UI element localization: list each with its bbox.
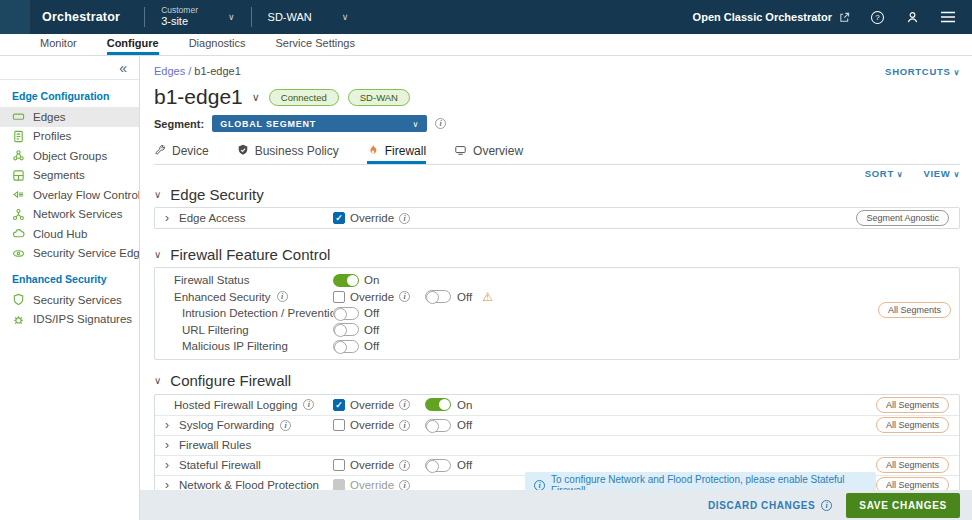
sidebar-item-network-services[interactable]: Network Services [0, 205, 139, 225]
menu-icon[interactable] [940, 11, 956, 23]
nav-item-diagnostics[interactable]: Diagnostics [189, 34, 246, 55]
sidebar-item-object-groups[interactable]: Object Groups [0, 146, 139, 166]
expand-icon[interactable] [165, 212, 173, 224]
segment-info-icon[interactable] [435, 118, 446, 129]
user-icon[interactable] [905, 10, 920, 25]
section-collapse-icon[interactable] [154, 249, 161, 260]
expand-icon[interactable] [165, 419, 173, 431]
url-filtering-toggle[interactable] [333, 323, 359, 336]
info-icon[interactable] [303, 399, 314, 410]
main-content: Edges/b1-edge1 SHORTCUTS b1-edge1 Connec… [140, 56, 972, 520]
product-title: Orchestrator [42, 10, 120, 24]
row-label: Malicious IP Filtering [182, 340, 288, 352]
override-label: Override [350, 291, 394, 303]
sidebar-item-cloud-hub[interactable]: Cloud Hub [0, 224, 139, 244]
section-collapse-icon[interactable] [154, 189, 161, 200]
enhanced-security-override-checkbox[interactable] [333, 291, 345, 303]
tab-firewall[interactable]: Firewall [367, 141, 426, 164]
row-label: Firewall Status [174, 274, 249, 286]
section-collapse-icon[interactable] [154, 375, 161, 386]
sidebar-item-security-service-edge[interactable]: Security Service Edge (SS... [0, 244, 139, 264]
status-badge-connected: Connected [269, 89, 339, 106]
hosted-firewall-logging-toggle[interactable] [425, 398, 451, 411]
sort-menu[interactable]: SORT [865, 168, 904, 181]
flame-icon [367, 144, 379, 159]
service-selector[interactable]: SD-WAN ∨ [252, 11, 365, 23]
row-firewall-rules: Firewall Rules [155, 435, 959, 455]
section-title-label: Configure Firewall [170, 372, 291, 389]
discard-changes-button[interactable]: DISCARD CHANGES [708, 500, 832, 511]
info-icon[interactable] [821, 500, 832, 511]
overlay-flow-control-icon [12, 188, 25, 201]
breadcrumb-edges-link[interactable]: Edges [154, 65, 185, 77]
tab-label: Overview [473, 144, 523, 158]
status-badge-sdwan: SD-WAN [348, 89, 410, 106]
sidebar-item-overlay-flow-control[interactable]: Overlay Flow Control [0, 185, 139, 205]
shortcuts-menu[interactable]: SHORTCUTS [885, 66, 960, 77]
malicious-ip-filtering-toggle[interactable] [333, 340, 359, 353]
config-tabs: Device Business Policy Firewall Overview [154, 141, 960, 165]
sidebar-item-label: Network Services [33, 208, 122, 220]
row-label: Enhanced Security [174, 291, 271, 303]
toggle-state-label: Off [364, 324, 379, 336]
breadcrumb: Edges/b1-edge1 [154, 65, 241, 77]
sidebar-item-ids-ips-signatures[interactable]: IDS/IPS Signatures [0, 310, 139, 330]
syslog-forwarding-toggle[interactable] [425, 419, 451, 432]
tab-business-policy[interactable]: Business Policy [237, 141, 339, 164]
expand-icon[interactable] [165, 459, 173, 471]
profile-icon [12, 130, 25, 143]
vendor-logo [0, 0, 30, 34]
stateful-firewall-toggle[interactable] [425, 459, 451, 472]
stateful-firewall-override-checkbox[interactable] [333, 459, 345, 471]
sidebar-item-segments[interactable]: Segments [0, 166, 139, 186]
sidebar-collapse-icon[interactable] [119, 61, 127, 75]
row-firewall-status: Firewall Status On [155, 272, 959, 289]
toggle-state-label: Off [364, 307, 379, 319]
sidebar-item-label: IDS/IPS Signatures [33, 313, 132, 325]
info-icon[interactable] [399, 460, 410, 471]
info-icon[interactable] [399, 291, 410, 302]
info-icon[interactable] [399, 480, 410, 491]
info-icon[interactable] [399, 420, 410, 431]
tab-device[interactable]: Device [154, 141, 209, 164]
sidebar-item-label: Profiles [33, 130, 71, 142]
info-icon[interactable] [399, 213, 410, 224]
firewall-status-toggle[interactable] [333, 274, 359, 287]
sidebar-item-security-services[interactable]: Security Services [0, 290, 139, 310]
segment-select[interactable]: GLOBAL SEGMENT [212, 115, 427, 132]
segment-agnostic-badge: Segment Agnostic [856, 210, 949, 226]
override-label: Override [350, 212, 394, 224]
sidebar-item-profiles[interactable]: Profiles [0, 127, 139, 147]
save-changes-button[interactable]: SAVE CHANGES [846, 493, 960, 518]
toggle-state-label: Off [457, 459, 472, 471]
intrusion-detection-toggle[interactable] [333, 307, 359, 320]
tab-overview[interactable]: Overview [454, 141, 523, 164]
title-chevron-down-icon[interactable] [252, 91, 260, 104]
page-title: b1-edge1 [154, 85, 243, 109]
all-segments-badge: All Segments [876, 457, 949, 473]
nav-item-service-settings[interactable]: Service Settings [276, 34, 355, 55]
tab-label: Device [172, 144, 209, 158]
expand-icon[interactable] [165, 479, 173, 490]
view-menu[interactable]: VIEW [923, 168, 960, 181]
info-icon[interactable] [399, 399, 410, 410]
help-icon[interactable]: ? [870, 10, 885, 25]
sidebar-item-edges[interactable]: Edges [0, 107, 139, 127]
toggle-state-label: On [457, 399, 472, 411]
all-segments-badge: All Segments [876, 477, 949, 490]
edge-access-override-checkbox[interactable] [333, 212, 345, 224]
enhanced-security-toggle[interactable] [425, 290, 451, 303]
info-icon[interactable] [277, 291, 288, 302]
row-label: Syslog Forwarding [179, 419, 274, 431]
customer-selector[interactable]: Customer 3-site ∨ [145, 5, 250, 29]
syslog-forwarding-override-checkbox[interactable] [333, 419, 345, 431]
sidebar-item-label: Edges [33, 111, 66, 123]
nav-item-monitor[interactable]: Monitor [40, 34, 77, 55]
info-icon[interactable] [280, 420, 291, 431]
section-edge-security: Edge Security [154, 185, 960, 203]
expand-icon[interactable] [165, 439, 173, 451]
hosted-firewall-logging-override-checkbox[interactable] [333, 399, 345, 411]
open-classic-orchestrator-link[interactable]: Open Classic Orchestrator [693, 11, 850, 23]
row-label: URL Filtering [182, 324, 249, 336]
nav-item-configure[interactable]: Configure [107, 34, 159, 55]
